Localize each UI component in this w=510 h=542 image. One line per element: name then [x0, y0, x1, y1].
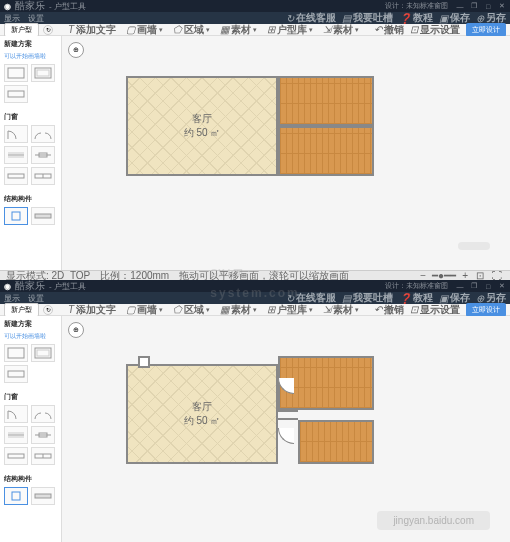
refresh-button[interactable]: ↻: [43, 305, 53, 315]
window-type-2[interactable]: [31, 167, 55, 185]
section-structure: 结构构件: [0, 191, 61, 207]
door-type-4[interactable]: [31, 426, 55, 444]
text-icon: T: [68, 304, 74, 315]
sidebar: 新建方案 可以开始画墙啦 门窗 结构构件: [0, 316, 62, 542]
tool-asset[interactable]: ⇲素材▾: [323, 303, 359, 317]
display-settings-button[interactable]: ⊡ 显示设置: [410, 303, 460, 317]
window-type-1[interactable]: [4, 167, 28, 185]
opening[interactable]: [278, 410, 298, 420]
tool-wall[interactable]: ▢画墙▾: [126, 23, 163, 37]
room-living[interactable]: 客厅 约 50 ㎡: [126, 76, 278, 176]
room-bedroom-1[interactable]: [278, 76, 374, 126]
canvas[interactable]: ⊕ 客厅 约 50 ㎡ jingyan.baidu.com: [62, 316, 510, 542]
placeholder-tag: [458, 242, 490, 250]
display-icon: ⊡: [410, 304, 418, 315]
door-type-4[interactable]: [31, 146, 55, 164]
tool-text[interactable]: T添加文字: [68, 303, 116, 317]
tool-asset[interactable]: ⇲素材▾: [323, 23, 359, 37]
window-title: - 户型工具: [49, 1, 385, 12]
svg-rect-16: [37, 350, 49, 356]
undo-button[interactable]: ↶ 撤销: [374, 23, 404, 37]
close-button[interactable]: ✕: [498, 282, 506, 290]
library-icon: ⊞: [267, 304, 275, 315]
tool-wall[interactable]: ▢画墙▾: [126, 303, 163, 317]
window-title: - 户型工具: [49, 281, 385, 292]
display-icon: ⊡: [410, 24, 418, 35]
svg-rect-14: [8, 348, 24, 358]
column[interactable]: [138, 356, 150, 368]
tool-text[interactable]: T添加文字: [68, 23, 116, 37]
wall-type-2[interactable]: [31, 64, 55, 82]
tab-new-plan[interactable]: 新户型: [4, 303, 39, 317]
maximize-button[interactable]: □: [484, 282, 492, 290]
tab-new-plan[interactable]: 新户型: [4, 23, 39, 37]
material-icon: ▦: [220, 24, 229, 35]
door-type-3[interactable]: [4, 146, 28, 164]
restore-button[interactable]: ❐: [470, 2, 478, 10]
minimize-button[interactable]: —: [456, 282, 464, 290]
wall-type-1[interactable]: [4, 344, 28, 362]
structure-type-2[interactable]: [31, 487, 55, 505]
window-type-1[interactable]: [4, 447, 28, 465]
asset-icon: ⇲: [323, 304, 331, 315]
design-info: 设计：未知标准窗图: [385, 1, 448, 11]
door-2[interactable]: [278, 428, 294, 444]
room-bedroom-2[interactable]: [298, 420, 374, 464]
door-type-2[interactable]: [31, 405, 55, 423]
svg-rect-13: [35, 214, 51, 218]
minimize-button[interactable]: —: [456, 2, 464, 10]
section-new-plan: 新建方案: [0, 316, 61, 332]
room-living[interactable]: 客厅 约 50 ㎡: [126, 364, 278, 464]
tool-material[interactable]: ▦素材▾: [220, 303, 257, 317]
room-bedroom-2[interactable]: [278, 126, 374, 176]
structure-type-2[interactable]: [31, 207, 55, 225]
compass-icon[interactable]: ⊕: [68, 42, 84, 58]
library-icon: ⊞: [267, 24, 275, 35]
svg-rect-27: [35, 494, 51, 498]
room-living-label: 客厅 约 50 ㎡: [184, 112, 221, 140]
svg-rect-0: [8, 68, 24, 78]
door-type-1[interactable]: [4, 125, 28, 143]
design-button[interactable]: 立即设计: [466, 303, 506, 317]
wall-type-1[interactable]: [4, 64, 28, 82]
svg-rect-23: [8, 454, 24, 458]
tool-material[interactable]: ▦素材▾: [220, 23, 257, 37]
undo-button[interactable]: ↶ 撤销: [374, 303, 404, 317]
wall-type-3[interactable]: [4, 85, 28, 103]
design-info: 设计：未知标准窗图: [385, 281, 448, 291]
wall-icon: ▢: [126, 304, 135, 315]
tool-area[interactable]: ⬠区域▾: [173, 23, 210, 37]
app-logo: ◉: [4, 2, 11, 11]
door-type-1[interactable]: [4, 405, 28, 423]
area-icon: ⬠: [173, 24, 182, 35]
floorplan: 客厅 约 50 ㎡: [126, 76, 374, 176]
maximize-button[interactable]: □: [484, 2, 492, 10]
svg-rect-2: [37, 70, 49, 76]
compass-icon[interactable]: ⊕: [68, 322, 84, 338]
wall-type-3[interactable]: [4, 365, 28, 383]
wall-icon: ▢: [126, 24, 135, 35]
design-button[interactable]: 立即设计: [466, 23, 506, 37]
close-button[interactable]: ✕: [498, 2, 506, 10]
structure-type-1[interactable]: [4, 487, 28, 505]
sidebar: 新建方案 可以开始画墙啦 门窗 结构构件: [0, 36, 62, 270]
wall-type-2[interactable]: [31, 344, 55, 362]
svg-rect-17: [8, 371, 24, 377]
canvas[interactable]: ⊕ 客厅 约 50 ㎡: [62, 36, 510, 270]
door-type-2[interactable]: [31, 125, 55, 143]
app-name: 酷家乐: [15, 0, 45, 13]
window-type-2[interactable]: [31, 447, 55, 465]
refresh-button[interactable]: ↻: [43, 25, 53, 35]
toolbar: 新户型 ↻ T添加文字 ▢画墙▾ ⬠区域▾ ▦素材▾ ⊞户型库▾ ⇲素材▾ ↶ …: [0, 304, 510, 316]
toolbar: 新户型 ↻ T添加文字 ▢画墙▾ ⬠区域▾ ▦素材▾ ⊞户型库▾ ⇲素材▾ ↶ …: [0, 24, 510, 36]
tool-library[interactable]: ⊞户型库▾: [267, 303, 313, 317]
app-logo: ◉: [4, 282, 11, 291]
tool-area[interactable]: ⬠区域▾: [173, 303, 210, 317]
door-type-3[interactable]: [4, 426, 28, 444]
section-structure: 结构构件: [0, 471, 61, 487]
svg-rect-3: [8, 91, 24, 97]
display-settings-button[interactable]: ⊡ 显示设置: [410, 23, 460, 37]
tool-library[interactable]: ⊞户型库▾: [267, 23, 313, 37]
restore-button[interactable]: ❐: [470, 282, 478, 290]
structure-type-1[interactable]: [4, 207, 28, 225]
